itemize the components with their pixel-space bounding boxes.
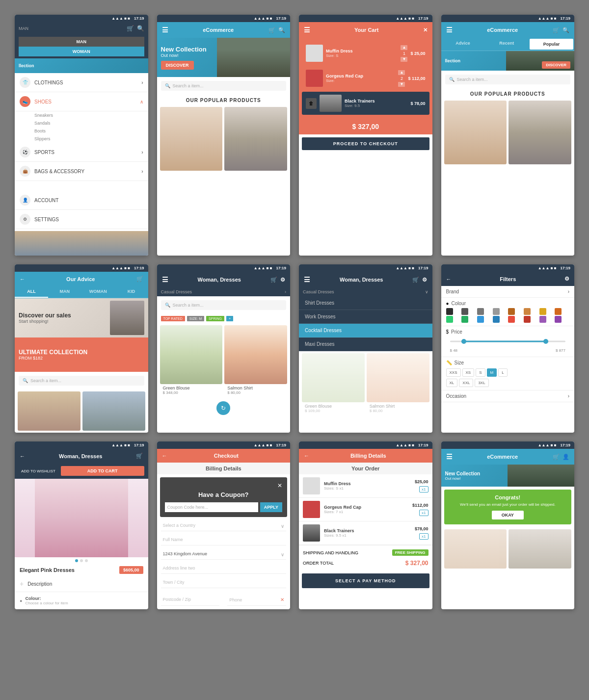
search-bar-popular[interactable]: 🔍 Search a item... <box>445 75 571 84</box>
tag-top-rated[interactable]: TOP RATED <box>161 316 185 321</box>
color-16[interactable] <box>555 316 562 323</box>
color-10[interactable] <box>461 316 468 323</box>
country-field[interactable]: Select a Country <box>161 520 287 531</box>
search-bar-wd[interactable]: 🔍 Search a item... <box>161 300 287 310</box>
color-8[interactable] <box>555 308 562 315</box>
add-to-cart-btn[interactable]: ADD TO CART <box>61 466 144 476</box>
product-salmon-shirt[interactable]: Salmon Shirt $ 80,00 <box>224 325 287 396</box>
wd-hamburger[interactable]: ☰ <box>162 276 168 284</box>
qty-down-1[interactable]: ▼ <box>401 57 407 62</box>
dd-maxi-dresses[interactable]: Maxi Dresses <box>299 337 432 351</box>
order-qty-2[interactable]: x1 <box>419 510 428 516</box>
tab-popular[interactable]: Popular <box>530 39 573 50</box>
color-12[interactable] <box>493 316 500 323</box>
tag-size-m[interactable]: SIZE: M <box>187 316 204 321</box>
product-card-2[interactable] <box>224 107 287 171</box>
size-xxs[interactable]: XXS <box>446 368 461 377</box>
filter-icon-dd[interactable]: ⚙ <box>422 277 427 283</box>
checkout-button[interactable]: PROCEED TO CHECKOUT <box>302 137 429 150</box>
cart-hamburger[interactable]: ☰ <box>304 26 310 34</box>
order-qty-1[interactable]: x1 <box>419 486 428 493</box>
color-15[interactable] <box>539 316 546 323</box>
color-2[interactable] <box>461 308 468 315</box>
tab-recent[interactable]: Recent <box>485 38 529 51</box>
address2-field[interactable]: Address line two <box>161 563 287 574</box>
cart-item-2-qty[interactable]: ▲ 2 ▼ <box>398 70 405 87</box>
cart-item-1-qty[interactable]: ▲ 1 ▼ <box>401 45 407 62</box>
color-5[interactable] <box>508 308 515 315</box>
color-3[interactable] <box>477 308 484 315</box>
menu-item-clothings[interactable]: 👕 CLOTHINGS › <box>15 73 148 92</box>
tab-woman-adv[interactable]: WOMAN <box>81 286 115 298</box>
dd-work-dresses[interactable]: Work Dresses <box>299 310 432 324</box>
color-7[interactable] <box>539 308 546 315</box>
search-icon-ec[interactable]: 🔍 <box>278 27 285 33</box>
search-icon-ep[interactable]: 🔍 <box>562 27 569 33</box>
pd-back[interactable]: ← <box>20 453 25 459</box>
size-l[interactable]: L <box>498 368 507 377</box>
product-green-blouse[interactable]: Green Blouse $ 348,00 <box>160 325 223 396</box>
color-4[interactable] <box>493 308 500 315</box>
breadcrumb-arrow[interactable]: › <box>285 289 286 294</box>
color-9[interactable] <box>446 316 453 323</box>
cart-icon-wd[interactable]: 🛒 <box>270 277 277 283</box>
tag-spring[interactable]: SPRING <box>206 316 224 321</box>
price-handle-left[interactable] <box>461 339 466 344</box>
cart-icon-advice[interactable]: 🛒 <box>136 276 143 282</box>
city-field[interactable]: Town / City <box>161 577 287 588</box>
size-s[interactable]: S <box>476 368 485 377</box>
menu-item-sports[interactable]: ⚽ SPORTS › <box>15 143 148 162</box>
menu-item-shoes[interactable]: 👟 SHOES ∧ <box>15 92 148 111</box>
wishlist-btn[interactable]: ADD TO WISHLIST <box>19 469 58 473</box>
hamburger-icon[interactable]: ☰ <box>162 26 168 34</box>
sub-sneakers[interactable]: Sneakers <box>15 111 148 119</box>
billing-back[interactable]: ← <box>304 453 309 459</box>
advice-prod-2[interactable] <box>82 391 145 431</box>
menu-item-account[interactable]: 👤 ACCOUNT <box>15 191 148 210</box>
size-xl[interactable]: XL <box>446 379 458 387</box>
size-xs[interactable]: XS <box>462 368 475 377</box>
sub-boots[interactable]: Boots <box>15 127 148 135</box>
cart-icon-ec[interactable]: 🛒 <box>268 27 275 33</box>
qty-down-2[interactable]: ▼ <box>398 82 405 87</box>
product-card-popular-1[interactable] <box>444 101 507 164</box>
search-bar-advice[interactable]: 🔍 Search a item... <box>19 376 144 386</box>
cart-icon-dd[interactable]: 🛒 <box>412 277 419 283</box>
gender-woman-btn[interactable]: WOMAN <box>19 47 144 56</box>
dropdown-hamburger[interactable]: ☰ <box>304 276 310 284</box>
pd-cart-icon[interactable]: 🛒 <box>136 453 143 459</box>
conf-hamburger[interactable]: ☰ <box>446 453 453 461</box>
advice-prod-1[interactable] <box>18 391 80 431</box>
postcode-field[interactable]: Postcode / Zip <box>161 594 220 606</box>
product-card-1[interactable] <box>160 107 223 171</box>
tab-advice[interactable]: Advice <box>441 38 485 51</box>
sub-sandals[interactable]: Sandals <box>15 119 148 127</box>
phone-clear-icon[interactable]: ✕ <box>280 597 284 602</box>
order-qty-3[interactable]: x1 <box>419 533 428 540</box>
description-accordion[interactable]: + Description <box>15 576 148 592</box>
qty-up-1[interactable]: ▲ <box>401 45 407 50</box>
filter-settings-icon[interactable]: ⚙ <box>564 276 569 282</box>
scroll-fab-wd[interactable]: ↻ <box>216 401 230 415</box>
filter-icon-wd[interactable]: ⚙ <box>280 277 285 283</box>
brand-filter[interactable]: Brand › <box>441 286 575 298</box>
coupon-input[interactable]: Coupon Code here... <box>165 502 258 512</box>
search-icon[interactable]: 🔍 <box>137 25 144 32</box>
color-1[interactable] <box>446 308 453 315</box>
fullname-field[interactable]: Full Name <box>161 534 287 545</box>
price-slider[interactable] <box>450 337 566 345</box>
checkout-back[interactable]: ← <box>162 453 167 459</box>
filters-back[interactable]: ← <box>446 276 452 282</box>
dd-shirt-dresses[interactable]: Shirt Dresses <box>299 296 432 310</box>
tag-plus[interactable]: + <box>226 316 233 321</box>
cart-icon-conf[interactable]: 🛒 <box>553 454 560 460</box>
address1-field[interactable]: 1243 Kingdom Avenue <box>161 548 287 560</box>
ok-button[interactable]: OKAY <box>492 511 524 519</box>
dd-cocktail-dresses[interactable]: Cocktail Dresses <box>299 324 432 337</box>
tab-all[interactable]: ALL <box>15 286 48 298</box>
phone-field[interactable]: Phone ✕ <box>227 594 286 606</box>
dd-chevron[interactable]: ∨ <box>425 289 428 294</box>
product-card-popular-2[interactable] <box>509 101 571 164</box>
hamburger-popular[interactable]: ☰ <box>446 26 453 34</box>
occasion-filter[interactable]: Occasion › <box>441 390 575 402</box>
